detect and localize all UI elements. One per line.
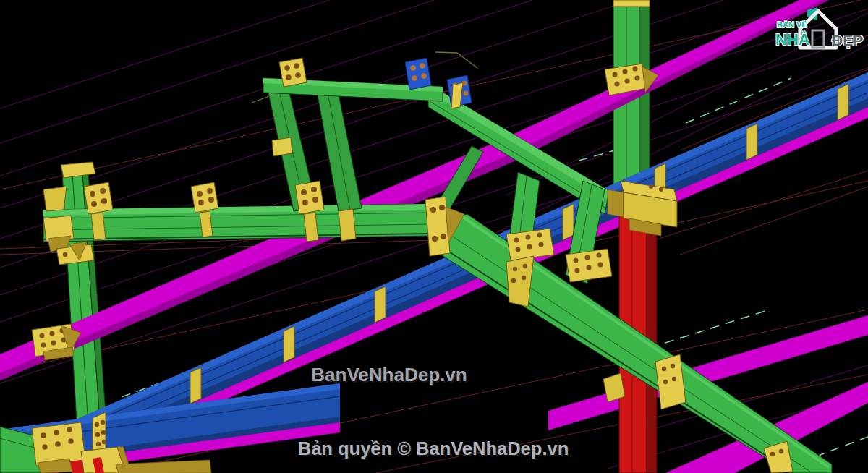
leg-bracket — [272, 137, 292, 156]
model-canvas[interactable]: BanVeNhaDep.vn BanVeNhaDep.vn Bản quyền … — [0, 0, 868, 473]
center-watermark: BanVeNhaDep.vn BanVeNhaDep.vn — [311, 364, 468, 387]
blue-splice-plate-2 — [447, 75, 472, 108]
svg-text:ĐẸP: ĐẸP — [832, 32, 863, 48]
column-cap-plate — [613, 0, 650, 7]
svg-text:NHÀ: NHÀ — [775, 30, 810, 48]
svg-text:BẢN VẼ: BẢN VẼ — [777, 20, 807, 29]
svg-text:BanVeNhaDep.vn: BanVeNhaDep.vn — [311, 364, 467, 385]
top-beam-end-plate — [279, 58, 307, 87]
svg-text:Bản quyền © BanVeNhaDep.vn: Bản quyền © BanVeNhaDep.vn — [298, 438, 569, 459]
blue-splice-plate-1 — [405, 58, 431, 90]
copyright-watermark: Bản quyền © BanVeNhaDep.vn Bản quyền © B… — [298, 438, 570, 460]
cad-viewport[interactable]: BanVeNhaDep.vn BanVeNhaDep.vn Bản quyền … — [0, 0, 868, 473]
